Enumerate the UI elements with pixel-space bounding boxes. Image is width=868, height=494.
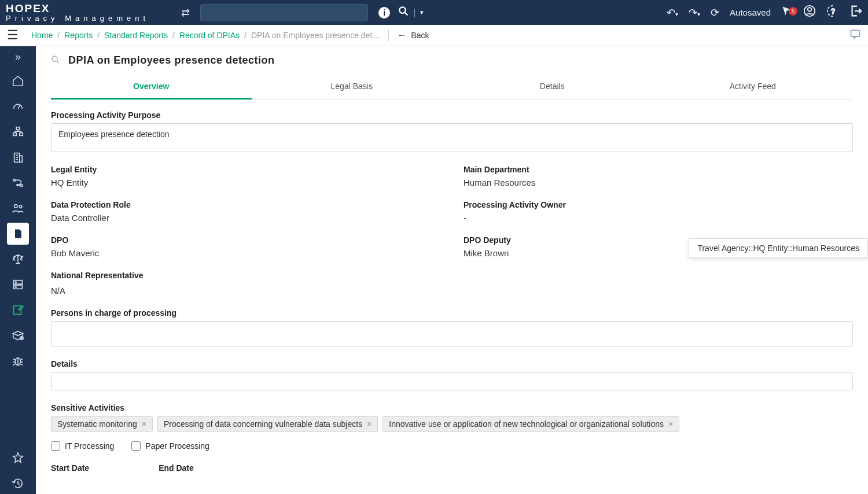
sensitive-label: Sensitive Activities: [51, 403, 853, 412]
nav-box-icon[interactable]: [7, 325, 29, 346]
svg-rect-8: [13, 133, 17, 136]
tab-legal-basis[interactable]: Legal Basis: [252, 75, 453, 99]
tag-remove-icon[interactable]: ×: [142, 419, 146, 429]
crumb-reports[interactable]: Reports: [64, 31, 93, 40]
details-field[interactable]: [51, 372, 853, 390]
notification-badge: 5: [789, 7, 797, 16]
svg-point-24: [15, 286, 16, 287]
tag-item[interactable]: Innovative use or application of new tec…: [382, 416, 679, 432]
title-search-icon[interactable]: [51, 55, 60, 67]
title-row: DPIA on Employees presence detection: [36, 46, 868, 75]
checkbox-input[interactable]: [131, 441, 141, 451]
dpo-value: Bob Maveric: [51, 248, 440, 258]
crumb-sep: /: [244, 31, 247, 40]
brand-line1: HOPEX: [6, 3, 149, 14]
nav-bug-icon[interactable]: [7, 350, 29, 372]
hover-tooltip: Travel Agency::HQ Entity::Human Resource…: [689, 238, 868, 258]
svg-point-15: [13, 179, 16, 182]
checkbox-input[interactable]: [51, 441, 60, 451]
svg-rect-7: [16, 127, 20, 130]
svg-point-16: [21, 185, 23, 187]
tab-bar: Overview Legal Basis Details Activity Fe…: [51, 75, 853, 100]
checkbox-label: Paper Processing: [145, 441, 209, 451]
purpose-field[interactable]: Employees presence detection: [51, 123, 853, 152]
nav-home-icon[interactable]: [7, 70, 29, 92]
nav-flow-icon[interactable]: [7, 172, 29, 194]
nat-rep-value: N/A: [51, 286, 853, 296]
help-icon[interactable]: ?: [826, 5, 839, 20]
nav-dashboard-icon[interactable]: [7, 95, 29, 117]
main-dept-label: Main Department: [464, 165, 853, 174]
hamburger-icon[interactable]: ☰: [7, 28, 19, 43]
left-sidebar: »: [0, 46, 36, 494]
undo-icon[interactable]: ↶▾: [667, 6, 678, 19]
svg-line-34: [57, 61, 59, 63]
swap-icon[interactable]: ⇄: [181, 6, 190, 19]
brand-line2: Privacy Management: [6, 14, 149, 23]
nav-org-icon[interactable]: [7, 121, 29, 143]
crumb-sep: /: [57, 31, 60, 40]
logout-icon[interactable]: [849, 5, 862, 20]
dpo-label: DPO: [51, 235, 440, 245]
tag-item[interactable]: Systematic monitoring×: [51, 416, 153, 432]
checkbox-label: IT Processing: [65, 441, 114, 451]
start-date-label: Start Date: [51, 463, 89, 473]
user-avatar-icon[interactable]: [803, 5, 816, 20]
tab-overview[interactable]: Overview: [51, 75, 252, 99]
main-dept-value: Human Resources: [464, 178, 853, 187]
tab-details[interactable]: Details: [452, 75, 653, 99]
nav-edit-icon[interactable]: [7, 299, 29, 321]
comment-icon[interactable]: [849, 28, 861, 43]
nav-people-icon[interactable]: [7, 197, 29, 219]
breadcrumb-bar: ☰ Home / Reports / Standard Reports / Re…: [0, 25, 868, 46]
tag-item[interactable]: Processing of data concerning vulnerable…: [157, 416, 378, 432]
back-arrow-icon[interactable]: ←: [397, 30, 406, 40]
global-search-input[interactable]: [200, 4, 368, 21]
pa-owner-label: Processing Activity Owner: [464, 200, 853, 209]
svg-point-3: [808, 8, 811, 11]
page-title: DPIA on Employees presence detection: [68, 54, 274, 67]
details-label: Details: [51, 359, 853, 368]
svg-line-32: [18, 484, 20, 485]
checkbox-paper-processing[interactable]: Paper Processing: [131, 441, 209, 451]
nav-server-icon[interactable]: [7, 274, 29, 296]
legal-entity-value: HQ Entity: [51, 178, 440, 187]
end-date-label: End Date: [159, 463, 194, 473]
autosaved-label: Autosaved: [730, 8, 771, 17]
divider: [388, 30, 389, 41]
nav-favorites-icon[interactable]: [7, 447, 29, 469]
svg-point-18: [19, 205, 22, 208]
nat-rep-label: National Representative: [51, 271, 853, 280]
search-icon[interactable]: [398, 6, 409, 19]
svg-point-23: [15, 282, 16, 283]
dp-role-value: Data Controller: [51, 213, 440, 223]
svg-line-1: [404, 12, 407, 15]
crumb-current: DPIA on Employees presence det…: [251, 31, 380, 40]
search-dropdown-caret-icon[interactable]: ▾: [420, 9, 424, 16]
nav-building-icon[interactable]: [7, 146, 29, 168]
crumb-record[interactable]: Record of DPIAs: [179, 31, 240, 40]
sensitive-tags: Systematic monitoring× Processing of dat…: [51, 416, 853, 432]
persons-field[interactable]: [51, 321, 853, 346]
tab-activity-feed[interactable]: Activity Feed: [653, 75, 854, 99]
notifications-icon[interactable]: 5: [781, 5, 793, 20]
refresh-icon[interactable]: ⟳: [711, 6, 719, 19]
sidebar-expand-icon[interactable]: »: [15, 51, 21, 63]
svg-line-6: [18, 105, 20, 109]
tag-remove-icon[interactable]: ×: [367, 419, 372, 429]
nav-document-icon[interactable]: [7, 223, 29, 245]
tag-remove-icon[interactable]: ×: [668, 419, 673, 429]
dp-role-label: Data Protection Role: [51, 200, 440, 209]
brand-logo: HOPEX Privacy Management: [6, 3, 149, 23]
crumb-home[interactable]: Home: [31, 31, 53, 40]
back-button[interactable]: Back: [411, 31, 429, 40]
nav-balance-icon[interactable]: [7, 248, 29, 270]
info-icon[interactable]: i: [378, 7, 390, 19]
redo-icon[interactable]: ↷▾: [689, 6, 700, 19]
crumb-sep: /: [97, 31, 100, 40]
svg-point-0: [399, 7, 406, 13]
top-header: HOPEX Privacy Management ⇄ i | ▾ ↶▾ ↷▾ ⟳…: [0, 0, 868, 25]
crumb-standard[interactable]: Standard Reports: [104, 31, 168, 40]
checkbox-it-processing[interactable]: IT Processing: [51, 441, 114, 451]
nav-history-icon[interactable]: [7, 472, 29, 494]
